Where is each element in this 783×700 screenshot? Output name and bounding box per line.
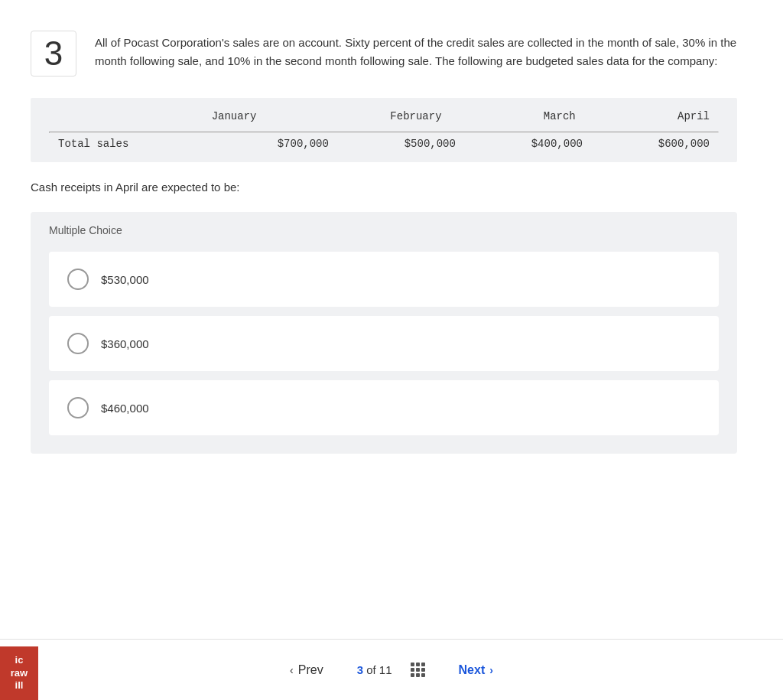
radio-a[interactable] xyxy=(67,269,89,290)
jan-value: $700,000 xyxy=(211,135,338,153)
grid-dot xyxy=(416,668,420,672)
choice-text-b: $360,000 xyxy=(101,337,149,350)
table-row: Total sales $700,000 $500,000 $400,000 $… xyxy=(49,135,719,153)
grid-icon[interactable] xyxy=(411,663,425,677)
sales-table-container: January February March April Total sales… xyxy=(31,98,737,162)
grid-dot xyxy=(416,673,420,677)
feb-value: $500,000 xyxy=(338,135,465,153)
current-page: 3 xyxy=(357,663,363,676)
choice-option-c[interactable]: $460,000 xyxy=(49,380,719,435)
prev-label: Prev xyxy=(298,663,323,677)
of-label: of xyxy=(366,663,379,676)
mar-value: $400,000 xyxy=(465,135,592,153)
question-text: All of Pocast Corporation's sales are on… xyxy=(95,31,737,70)
multiple-choice-label: Multiple Choice xyxy=(49,224,719,236)
grid-dot xyxy=(421,668,425,672)
choice-option-a[interactable]: $530,000 xyxy=(49,252,719,307)
sales-data-table: Total sales $700,000 $500,000 $400,000 $… xyxy=(49,135,719,153)
col-header-empty xyxy=(49,107,98,125)
next-chevron-icon: › xyxy=(489,664,493,676)
row-label: Total sales xyxy=(49,135,211,153)
col-header-march: March xyxy=(451,107,585,125)
grid-dot xyxy=(411,668,414,672)
prev-button[interactable]: ‹ Prev xyxy=(268,654,345,686)
total-pages: 11 xyxy=(379,663,392,676)
apr-value: $600,000 xyxy=(592,135,719,153)
grid-dot xyxy=(421,673,425,677)
question-header: 3 All of Pocast Corporation's sales are … xyxy=(31,31,737,77)
multiple-choice-container: Multiple Choice $530,000 $360,000 $460,0… xyxy=(31,212,737,454)
tab-line3: ill xyxy=(15,679,24,692)
radio-c[interactable] xyxy=(67,397,89,418)
next-button[interactable]: Next › xyxy=(437,654,515,686)
choice-text-c: $460,000 xyxy=(101,402,149,415)
question-number: 3 xyxy=(31,31,76,77)
sales-table: January February March April xyxy=(49,107,719,125)
page-indicator: 3 of 11 xyxy=(357,663,392,676)
radio-b[interactable] xyxy=(67,333,89,354)
col-header-february: February xyxy=(265,107,450,125)
tab-line1: ic xyxy=(15,654,24,667)
choice-text-a: $530,000 xyxy=(101,273,149,286)
grid-dot xyxy=(416,663,420,666)
nav-buttons: ‹ Prev 3 of 11 Next › xyxy=(268,654,515,686)
grid-dot xyxy=(421,663,425,666)
grid-dot xyxy=(411,673,414,677)
col-header-april: April xyxy=(585,107,719,125)
grid-dot xyxy=(411,663,414,666)
prev-chevron-icon: ‹ xyxy=(290,664,294,676)
col-header-january: January xyxy=(98,107,266,125)
tab-line2: raw xyxy=(11,667,28,680)
sub-question: Cash receipts in April are expected to b… xyxy=(31,181,737,194)
footer-nav: ic raw ill ‹ Prev 3 of 11 Next › xyxy=(0,639,783,700)
footer-left-tab: ic raw ill xyxy=(0,646,38,700)
choice-option-b[interactable]: $360,000 xyxy=(49,316,719,371)
next-label: Next xyxy=(459,663,486,677)
